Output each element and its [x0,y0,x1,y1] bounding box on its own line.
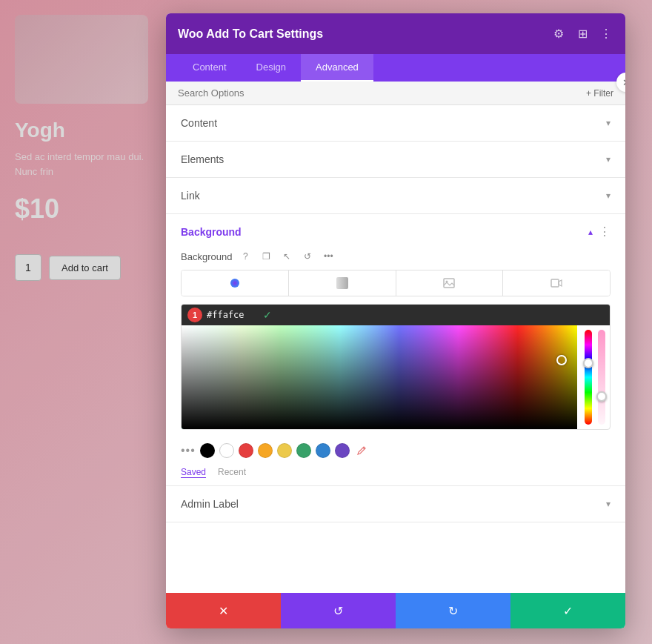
bg-controls: Background ? ❐ ↖ ↺ ••• [166,249,625,304]
svg-rect-4 [551,279,559,287]
search-bar: + Filter [166,82,625,105]
color-gradient-area[interactable] [182,325,577,429]
background-section: Background ▴ ⋮ Background ? ❐ ↖ ↺ ••• [166,214,625,486]
more-swatches-icon[interactable]: ••• [181,444,196,457]
swatch-white[interactable] [219,443,234,458]
footer-redo-button[interactable]: ↻ [396,593,510,628]
footer-cancel-button[interactable]: ✕ [166,593,281,628]
accordion-admin-label: Admin Label ▾ [166,486,625,522]
eyedropper-icon[interactable] [354,443,369,458]
swatch-yellow[interactable] [277,443,292,458]
modal-header-icons: ⚙ ⊞ ⋮ [551,27,613,42]
save-icon: ✓ [563,604,573,618]
redo-icon: ↻ [448,604,458,618]
copy-icon[interactable]: ❐ [259,249,273,264]
accordion-content: Content ▾ [166,105,625,142]
accordion-elements: Elements ▾ [166,142,625,178]
swatch-purple[interactable] [335,443,350,458]
hex-input-row: 1 ✓ [182,305,610,325]
swatches-row: ••• [166,437,625,464]
hue-slider[interactable] [585,330,592,425]
footer-save-button[interactable]: ✓ [510,593,625,628]
tab-design[interactable]: Design [242,54,301,82]
accordion-content-label: Content [181,117,217,129]
accordion-content-header[interactable]: Content ▾ [166,105,625,141]
bg-type-tabs [181,270,611,296]
svg-point-0 [230,279,239,288]
accordion-admin-label-header[interactable]: Admin Label ▾ [166,486,625,522]
undo-icon: ↺ [333,604,343,618]
cursor-icon[interactable]: ↖ [279,249,294,264]
tab-content[interactable]: Content [178,54,242,82]
bg-type-image[interactable] [396,270,504,296]
chevron-down-icon: ▾ [606,190,611,201]
tab-advanced[interactable]: Advanced [301,54,373,82]
step-indicator: 1 [187,308,202,322]
swatch-orange[interactable] [258,443,273,458]
swatch-black[interactable] [200,443,215,458]
gradient-canvas-container[interactable] [182,325,610,429]
background-title: Background [181,226,242,238]
settings-icon[interactable]: ⚙ [551,27,566,42]
settings-modal: Woo Add To Cart Settings ⚙ ⊞ ⋮ Content D… [166,13,625,628]
chevron-down-icon: ▾ [606,499,611,509]
footer-undo-button[interactable]: ↺ [281,593,396,628]
modal-tabs: Content Design Advanced [166,54,625,82]
bg-type-video[interactable] [503,270,610,296]
modal-footer: ✕ ↺ ↻ ✓ [166,593,625,628]
color-picker: 1 ✓ [181,304,611,430]
chevron-up-icon[interactable]: ▴ [588,227,593,237]
accordion-elements-label: Elements [181,153,224,165]
accordion-link: Link ▾ [166,178,625,214]
swatch-blue[interactable] [316,443,330,458]
opacity-slider[interactable] [598,330,605,425]
swatch-green[interactable] [296,443,311,458]
bg-label: Background [181,251,232,262]
svg-rect-2 [444,279,454,288]
saved-tab[interactable]: Saved [181,467,206,478]
swatch-red[interactable] [239,443,253,458]
background-header: Background ▴ ⋮ [166,214,625,249]
chevron-down-icon: ▾ [606,154,611,165]
cancel-icon: ✕ [219,604,228,618]
search-input[interactable] [178,87,400,99]
background-more-icon[interactable]: ⋮ [599,225,611,239]
filter-label: + Filter [586,88,613,99]
background-header-right: ▴ ⋮ [588,225,611,239]
more-horiz-icon[interactable]: ••• [321,249,336,264]
accordion-elements-header[interactable]: Elements ▾ [166,142,625,177]
grid-icon[interactable]: ⊞ [575,27,590,42]
bg-row: Background ? ❐ ↖ ↺ ••• [181,249,611,264]
saved-recent-tabs: Saved Recent [166,464,625,485]
color-handle[interactable] [556,355,567,365]
bg-type-color[interactable] [182,270,289,296]
modal-header: Woo Add To Cart Settings ⚙ ⊞ ⋮ [166,13,625,54]
modal-body[interactable]: Content ▾ Elements ▾ Link ▾ Background ▴ [166,105,625,593]
hex-confirm-icon[interactable]: ✓ [263,309,272,321]
accordion-link-header[interactable]: Link ▾ [166,178,625,213]
bg-type-gradient[interactable] [289,270,396,296]
opacity-slider-thumb[interactable] [596,391,607,402]
hex-input[interactable] [207,310,259,320]
more-options-icon[interactable]: ⋮ [599,27,613,42]
accordion-link-label: Link [181,190,200,202]
recent-tab[interactable]: Recent [218,467,246,478]
svg-rect-1 [336,277,348,289]
help-icon[interactable]: ? [238,249,253,264]
chevron-down-icon: ▾ [606,118,611,128]
filter-button[interactable]: + Filter [586,88,613,99]
accordion-admin-label-text: Admin Label [181,498,239,510]
hue-slider-thumb[interactable] [583,358,593,368]
modal-title: Woo Add To Cart Settings [178,27,323,41]
reset-icon[interactable]: ↺ [300,249,315,264]
